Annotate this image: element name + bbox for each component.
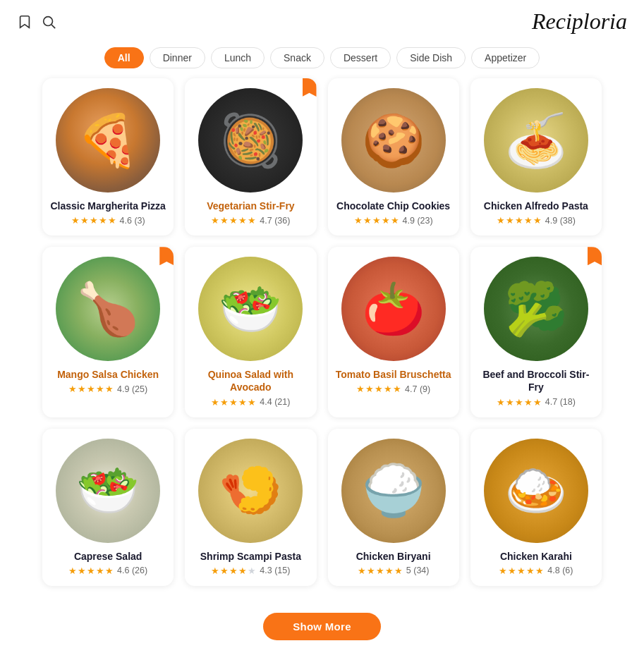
recipe-card[interactable]: 🍛 Chicken Karahi ★★★★★ 4.8 (6) bbox=[470, 429, 602, 586]
stars: ★★★★★ bbox=[211, 566, 256, 576]
star-half: ★ bbox=[105, 384, 114, 394]
recipe-title: Quinoa Salad with Avocado bbox=[185, 367, 316, 396]
star-full: ★ bbox=[211, 566, 219, 576]
star-full: ★ bbox=[524, 215, 533, 226]
card-image-wrap: 🥘 bbox=[185, 78, 316, 198]
recipe-card[interactable]: 🥦 Beef and Broccoli Stir-Fry ★★★★★ 4.7 (… bbox=[470, 247, 602, 417]
rating-text: 4.6 (26) bbox=[117, 566, 147, 575]
rating-text: 4.9 (25) bbox=[117, 384, 147, 394]
recipe-card[interactable]: 🥗 Caprese Salad ★★★★★ 4.6 (26) bbox=[42, 429, 174, 586]
bookmark-badge bbox=[303, 78, 317, 97]
recipe-title: Tomato Basil Bruschetta bbox=[328, 367, 459, 384]
filter-tab-dessert[interactable]: Dessert bbox=[330, 47, 391, 68]
bookmark-icon[interactable] bbox=[17, 14, 32, 30]
star-full: ★ bbox=[96, 384, 104, 394]
star-full: ★ bbox=[80, 215, 89, 226]
star-half: ★ bbox=[535, 566, 544, 576]
stars: ★★★★★ bbox=[499, 566, 544, 576]
card-image-wrap: 🍝 bbox=[470, 78, 602, 198]
show-more-button[interactable]: Show More bbox=[263, 613, 381, 640]
star-full: ★ bbox=[220, 566, 229, 576]
card-rating: ★★★★★ 4.7 (18) bbox=[470, 397, 602, 408]
card-rating: ★★★★★ 4.8 (6) bbox=[470, 566, 602, 576]
star-full: ★ bbox=[78, 384, 86, 394]
star-full: ★ bbox=[524, 397, 533, 408]
stars: ★★★★★ bbox=[68, 566, 114, 576]
card-rating: ★★★★★ 4.6 (26) bbox=[42, 566, 174, 576]
card-rating: ★★★★★ 4.3 (15) bbox=[185, 566, 316, 576]
stars: ★★★★★ bbox=[68, 384, 114, 394]
card-rating: ★★★★★ 5 (34) bbox=[328, 566, 459, 576]
filter-tab-dinner[interactable]: Dinner bbox=[150, 47, 205, 68]
stars: ★★★★★ bbox=[71, 215, 116, 226]
svg-point-0 bbox=[44, 16, 53, 25]
filter-bar: AllDinnerLunchSnackDessertSide DishAppet… bbox=[0, 40, 644, 78]
star-half: ★ bbox=[105, 566, 114, 576]
food-image: 🍗 bbox=[56, 257, 160, 361]
filter-tab-snack[interactable]: Snack bbox=[270, 47, 324, 68]
star-full: ★ bbox=[517, 566, 525, 576]
rating-text: 4.8 (6) bbox=[547, 566, 573, 575]
recipe-title: Shrimp Scampi Pasta bbox=[185, 549, 316, 566]
rating-text: 4.7 (36) bbox=[260, 216, 290, 226]
food-image: 🍤 bbox=[198, 439, 303, 543]
rating-text: 4.7 (18) bbox=[545, 397, 576, 407]
food-image: 🍪 bbox=[341, 88, 446, 193]
card-rating: ★★★★★ 4.6 (3) bbox=[42, 215, 174, 226]
star-full: ★ bbox=[499, 566, 507, 576]
star-full: ★ bbox=[385, 566, 394, 576]
star-full: ★ bbox=[372, 215, 381, 226]
food-image: 🍛 bbox=[484, 439, 588, 543]
recipe-card[interactable]: 🍤 Shrimp Scampi Pasta ★★★★★ 4.3 (15) bbox=[185, 429, 316, 586]
star-full: ★ bbox=[363, 215, 372, 226]
stars: ★★★★★ bbox=[497, 215, 542, 226]
star-full: ★ bbox=[229, 566, 238, 576]
stars: ★★★★★ bbox=[211, 397, 256, 408]
recipe-card[interactable]: 🥘 Vegetarian Stir-Fry ★★★★★ 4.7 (36) bbox=[185, 78, 316, 236]
star-full: ★ bbox=[238, 566, 247, 576]
filter-tab-side-dish[interactable]: Side Dish bbox=[396, 47, 466, 68]
search-icon[interactable] bbox=[41, 14, 56, 30]
recipe-card[interactable]: 🍪 Chocolate Chip Cookies ★★★★★ 4.9 (23) bbox=[328, 78, 459, 236]
star-full: ★ bbox=[87, 566, 95, 576]
food-image: 🥘 bbox=[198, 88, 303, 193]
recipe-title: Mango Salsa Chicken bbox=[42, 367, 174, 384]
star-full: ★ bbox=[68, 384, 77, 394]
filter-tab-appetizer[interactable]: Appetizer bbox=[471, 47, 540, 68]
bookmark-badge bbox=[588, 247, 602, 265]
stars: ★★★★★ bbox=[354, 215, 399, 226]
star-full: ★ bbox=[515, 397, 523, 408]
star-full: ★ bbox=[90, 215, 98, 226]
stars: ★★★★★ bbox=[497, 397, 542, 408]
star-full: ★ bbox=[220, 397, 229, 408]
card-image-wrap: 🥗 bbox=[42, 429, 174, 549]
card-image-wrap: 🍪 bbox=[328, 78, 459, 198]
recipe-title: Classic Margherita Pizza bbox=[42, 198, 174, 215]
filter-tab-all[interactable]: All bbox=[104, 47, 144, 68]
stars: ★★★★★ bbox=[356, 384, 401, 394]
star-full: ★ bbox=[526, 566, 535, 576]
show-more-section: Show More bbox=[0, 606, 644, 661]
recipe-card[interactable]: 🍗 Mango Salsa Chicken ★★★★★ 4.9 (25) bbox=[42, 247, 174, 417]
star-full: ★ bbox=[382, 215, 390, 226]
card-image-wrap: 🍛 bbox=[470, 429, 602, 549]
rating-text: 4.3 (15) bbox=[260, 566, 290, 575]
recipe-card[interactable]: 🍅 Tomato Basil Bruschetta ★★★★★ 4.7 (9) bbox=[328, 247, 459, 417]
star-full: ★ bbox=[238, 215, 247, 226]
star-full: ★ bbox=[220, 215, 229, 226]
recipe-card[interactable]: 🥗 Quinoa Salad with Avocado ★★★★★ 4.4 (2… bbox=[185, 247, 316, 417]
recipe-card[interactable]: 🍝 Chicken Alfredo Pasta ★★★★★ 4.9 (38) bbox=[470, 78, 602, 236]
rating-text: 5 (34) bbox=[406, 566, 430, 575]
card-rating: ★★★★★ 4.9 (38) bbox=[470, 215, 602, 226]
star-full: ★ bbox=[506, 397, 514, 408]
food-image: 🍝 bbox=[484, 88, 588, 193]
bookmark-badge bbox=[159, 247, 174, 265]
filter-tab-lunch[interactable]: Lunch bbox=[211, 47, 265, 68]
star-full: ★ bbox=[376, 566, 384, 576]
recipe-card[interactable]: 🍕 Classic Margherita Pizza ★★★★★ 4.6 (3) bbox=[42, 78, 174, 236]
food-image: 🍚 bbox=[341, 439, 446, 543]
star-full: ★ bbox=[354, 215, 363, 226]
recipe-card[interactable]: 🍚 Chicken Biryani ★★★★★ 5 (34) bbox=[328, 429, 459, 586]
star-full: ★ bbox=[229, 215, 238, 226]
star-full: ★ bbox=[358, 566, 366, 576]
